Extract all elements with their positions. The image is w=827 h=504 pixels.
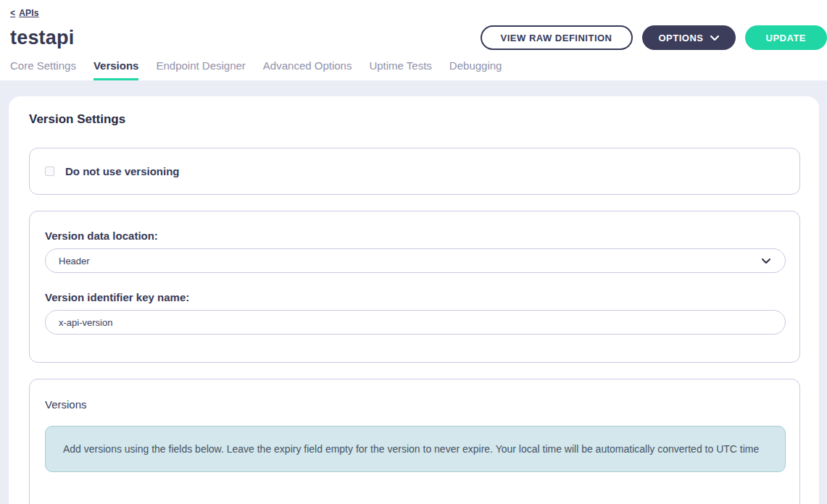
- breadcrumb[interactable]: < APIs: [10, 8, 39, 18]
- versions-panel: Versions Add versions using the fields b…: [29, 379, 800, 504]
- title-row: testapi VIEW RAW DEFINITION OPTIONS UPDA…: [10, 25, 827, 50]
- version-settings-card: Version Settings Do not use versioning V…: [9, 96, 819, 504]
- page-body: Version Settings Do not use versioning V…: [0, 80, 827, 504]
- options-button[interactable]: OPTIONS: [642, 25, 736, 50]
- options-label: OPTIONS: [659, 33, 704, 43]
- page-title: testapi: [10, 27, 74, 49]
- tab-endpoint-designer[interactable]: Endpoint Designer: [156, 59, 245, 80]
- versioning-checkbox-label[interactable]: Do not use versioning: [65, 165, 180, 177]
- view-raw-definition-button[interactable]: VIEW RAW DEFINITION: [481, 25, 633, 50]
- view-raw-definition-label: VIEW RAW DEFINITION: [501, 33, 612, 43]
- version-location-value: Header: [59, 256, 90, 266]
- version-location-label: Version data location:: [45, 230, 784, 242]
- chevron-down-icon: [710, 35, 719, 41]
- versions-panel-title: Versions: [45, 398, 784, 411]
- versioning-checkbox[interactable]: [45, 167, 54, 176]
- version-key-input[interactable]: [45, 310, 786, 335]
- version-key-label: Version identifier key name:: [45, 291, 784, 303]
- tab-core-settings[interactable]: Core Settings: [10, 59, 76, 80]
- page-header: < APIs testapi VIEW RAW DEFINITION OPTIO…: [0, 0, 827, 80]
- header-buttons: VIEW RAW DEFINITION OPTIONS UPDATE: [481, 25, 827, 50]
- section-title: Version Settings: [29, 112, 800, 127]
- tab-advanced-options[interactable]: Advanced Options: [263, 59, 352, 80]
- tab-uptime-tests[interactable]: Uptime Tests: [369, 59, 431, 80]
- tab-debugging[interactable]: Debugging: [449, 59, 502, 80]
- versioning-toggle-panel: Do not use versioning: [29, 148, 800, 195]
- update-label: UPDATE: [766, 33, 806, 43]
- chevron-down-icon: [762, 259, 770, 264]
- tab-bar: Core Settings Versions Endpoint Designer…: [10, 59, 827, 80]
- tab-versions[interactable]: Versions: [93, 59, 139, 80]
- breadcrumb-label: APIs: [19, 8, 38, 18]
- back-chevron-icon: <: [10, 8, 15, 18]
- version-location-panel: Version data location: Header Version id…: [29, 211, 800, 363]
- versioning-checkbox-row[interactable]: Do not use versioning: [45, 165, 784, 177]
- version-location-select[interactable]: Header: [45, 248, 786, 273]
- versions-info-box: Add versions using the fields below. Lea…: [45, 426, 786, 472]
- update-button[interactable]: UPDATE: [745, 25, 827, 50]
